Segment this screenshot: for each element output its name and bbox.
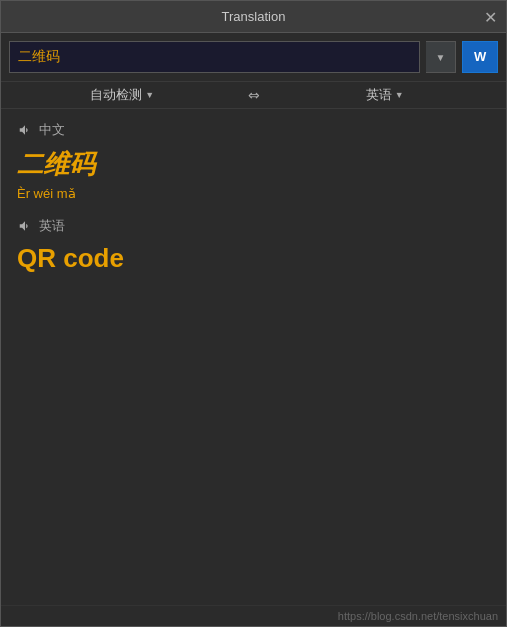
- input-dropdown-button[interactable]: ▼: [426, 41, 456, 73]
- translation-window: Translation ✕ ▼ W 自动检测 ▼ ⇔: [0, 0, 507, 627]
- chinese-section: 中文 二维码 Èr wéi mǎ: [17, 121, 490, 201]
- source-language-selector[interactable]: 自动检测 ▼: [9, 86, 236, 104]
- dropdown-arrow-icon: ▼: [436, 52, 446, 63]
- english-speaker-button[interactable]: [17, 218, 33, 234]
- target-language-selector[interactable]: 英语 ▼: [272, 86, 499, 104]
- chinese-section-header: 中文: [17, 121, 490, 139]
- window-title: Translation: [222, 9, 286, 24]
- source-language-dropdown-icon: ▼: [145, 90, 154, 100]
- source-language-label: 自动检测: [90, 86, 142, 104]
- english-section: 英语 QR code: [17, 217, 490, 274]
- chinese-main-text: 二维码: [17, 147, 490, 182]
- target-language-label: 英语: [366, 86, 392, 104]
- english-main-text: QR code: [17, 243, 490, 274]
- english-section-label: 英语: [39, 217, 65, 235]
- english-section-header: 英语: [17, 217, 490, 235]
- title-bar: Translation ✕: [1, 1, 506, 33]
- close-icon: ✕: [484, 8, 497, 27]
- translate-icon: W: [471, 47, 489, 67]
- swap-languages-button[interactable]: ⇔: [236, 87, 272, 103]
- search-input[interactable]: [9, 41, 420, 73]
- toolbar: ▼ W: [1, 33, 506, 81]
- footer: https://blog.csdn.net/tensixchuan: [1, 605, 506, 626]
- chinese-section-label: 中文: [39, 121, 65, 139]
- translate-button[interactable]: W: [462, 41, 498, 73]
- swap-icon: ⇔: [248, 87, 260, 103]
- chinese-pinyin: Èr wéi mǎ: [17, 186, 490, 201]
- language-bar: 自动检测 ▼ ⇔ 英语 ▼: [1, 81, 506, 109]
- target-language-dropdown-icon: ▼: [395, 90, 404, 100]
- translation-content: 中文 二维码 Èr wéi mǎ 英语 QR code: [1, 109, 506, 605]
- svg-text:W: W: [474, 49, 487, 64]
- footer-url: https://blog.csdn.net/tensixchuan: [338, 610, 498, 622]
- chinese-speaker-button[interactable]: [17, 122, 33, 138]
- close-button[interactable]: ✕: [474, 1, 506, 33]
